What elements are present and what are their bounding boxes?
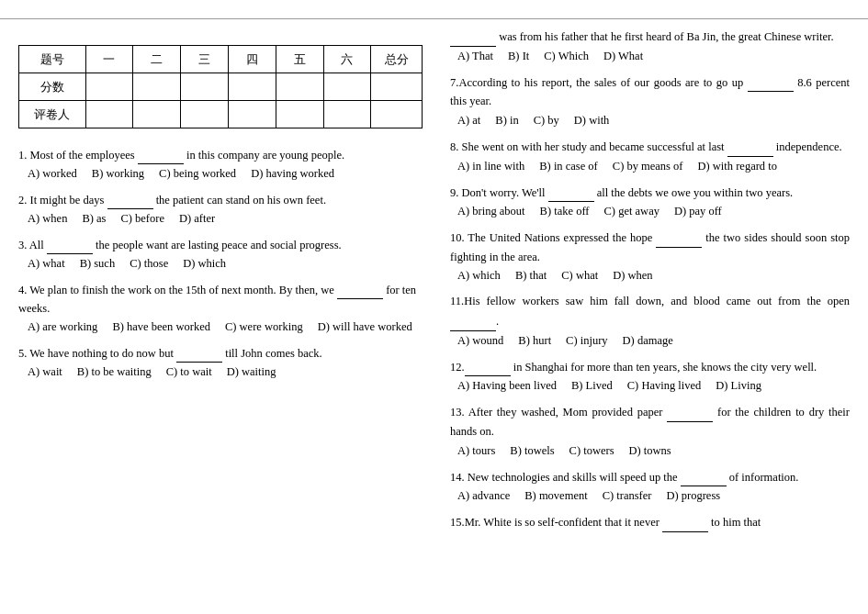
question-item: 9. Don't worry. We'll all the debts we o… (450, 183, 850, 221)
question-item: 10. The United Nations expressed the hop… (450, 228, 850, 285)
question-text: 8. She went on with her study and became… (450, 140, 842, 153)
option-item: D) Living (716, 376, 761, 395)
question-number: 4. (18, 284, 29, 296)
option-item: B) in (495, 111, 518, 129)
score-cell (276, 73, 323, 101)
options-row: A) advanceB) movementC) transferD) progr… (457, 486, 850, 505)
option-item: C) were working (225, 318, 303, 336)
option-item: B) in case of (539, 157, 598, 175)
left-column: 题号一二三四五六总分分数评卷人 1. Most of the employees… (9, 27, 432, 540)
score-table-header: 六 (323, 46, 371, 73)
option-item: A) are working (28, 318, 97, 336)
option-item: C) Having lived (627, 376, 702, 395)
option-item: A) wait (28, 363, 62, 381)
option-item: A) worked (28, 164, 77, 183)
question-text: Most of the employees in this company ar… (30, 149, 345, 162)
option-item: C) to wait (166, 363, 212, 381)
score-cell (323, 73, 371, 101)
option-item: D) pay off (674, 202, 722, 220)
option-item: C) being worked (159, 164, 236, 183)
question-text: We plan to finish the work on the 15th o… (18, 284, 416, 315)
score-label-fen: 分数 (19, 73, 86, 101)
option-item: A) advance (457, 486, 510, 505)
option-item: C) Which (544, 47, 589, 65)
score-cell (228, 73, 276, 101)
score-cell (133, 101, 181, 128)
score-table-header: 题号 (19, 46, 86, 73)
option-item: B) working (92, 164, 144, 183)
question-text: 15.Mr. White is so self-confident that i… (450, 516, 761, 529)
question-item: 2. It might be days the patient can stan… (18, 190, 423, 228)
option-item: B) movement (524, 486, 587, 505)
option-item: C) towers (569, 441, 614, 460)
option-item: B) hurt (518, 331, 551, 350)
options-row: A) workedB) workingC) being workedD) hav… (28, 164, 423, 183)
options-container: A) whichB) thatC) whatD) when (457, 266, 850, 285)
options-row: A) woundB) hurtC) injuryD) damage (457, 331, 850, 350)
score-cell (371, 73, 423, 101)
question-item: 7.According to his report, the sales of … (450, 73, 850, 129)
question-item: 12. in Shanghai for more than ten years,… (450, 357, 850, 396)
page: 题号一二三四五六总分分数评卷人 1. Most of the employees… (0, 0, 868, 614)
score-table-header: 三 (181, 46, 229, 73)
answer-blank (748, 73, 794, 93)
options-container: A) atB) inC) byD) with (457, 111, 850, 129)
question-item: 14. New technologies and skills will spe… (450, 467, 850, 506)
question-text: We have nothing to do now but till John … (29, 347, 321, 360)
answer-blank (681, 467, 727, 487)
options-container: A) waitB) to be waitingC) to waitD) wait… (28, 363, 423, 381)
question-text: 12. in Shanghai for more than ten years,… (450, 361, 817, 374)
options-row: A) whatB) suchC) thoseD) which (28, 254, 423, 273)
question-text: 10. The United Nations expressed the hop… (450, 231, 850, 263)
question-item: 15.Mr. White is so self-confident that i… (450, 512, 850, 532)
answer-blank (337, 280, 383, 299)
question-item: was from his father that he first heard … (450, 27, 850, 65)
answer-blank (662, 512, 708, 532)
option-item: C) by (534, 111, 559, 129)
options-row: A) ThatB) ItC) WhichD) What (457, 47, 850, 65)
option-item: B) to be waiting (77, 363, 152, 381)
answer-blank (667, 402, 713, 422)
option-item: A) when (28, 209, 67, 228)
option-item: B) have been worked (112, 318, 210, 336)
score-table-header: 四 (228, 46, 276, 73)
question-item: 3. All the people want are lasting peace… (18, 235, 423, 273)
question-number: 5. (18, 347, 29, 360)
options-container: A) ThatB) ItC) WhichD) What (457, 47, 850, 65)
option-item: C) what (561, 266, 598, 285)
question-text: 11.His fellow workers saw him fall down,… (450, 295, 850, 328)
score-cell (228, 101, 276, 128)
option-item: A) tours (457, 441, 495, 460)
answer-blank (465, 357, 511, 377)
question-text: All the people want are lasting peace an… (29, 239, 342, 251)
options-container: A) whenB) asC) beforeD) after (28, 209, 423, 228)
options-row: A) bring aboutB) take offC) get awayD) p… (457, 202, 850, 220)
option-item: D) damage (623, 331, 673, 350)
question-item: 1. Most of the employees in this company… (18, 145, 423, 183)
left-questions: 1. Most of the employees in this company… (18, 145, 423, 381)
option-item: A) in line with (457, 157, 524, 175)
option-item: D) progress (666, 486, 720, 505)
question-text: 14. New technologies and skills will spe… (450, 471, 798, 484)
option-item: D) will have worked (318, 318, 412, 336)
score-table: 题号一二三四五六总分分数评卷人 (18, 45, 423, 128)
option-item: C) those (130, 254, 168, 273)
option-item: A) at (457, 111, 480, 129)
question-text: It might be days the patient can stand o… (30, 194, 327, 207)
score-table-header: 五 (276, 46, 323, 73)
option-item: D) after (179, 209, 215, 228)
answer-blank (450, 27, 496, 47)
score-table-header: 一 (85, 46, 133, 73)
options-container: A) Having been livedB) LivedC) Having li… (457, 376, 850, 395)
question-item: 11.His fellow workers saw him fall down,… (450, 292, 850, 349)
score-cell (323, 101, 371, 128)
score-cell (85, 101, 133, 128)
options-container: A) whatB) suchC) thoseD) which (28, 254, 423, 273)
options-row: A) atB) inC) byD) with (457, 111, 850, 129)
question-text: 7.According to his report, the sales of … (450, 76, 850, 108)
option-item: A) bring about (457, 202, 525, 220)
question-item: 13. After they washed, Mom provided pape… (450, 402, 850, 459)
answer-blank (656, 228, 702, 248)
question-number: 1. (18, 149, 30, 162)
option-item: B) It (508, 47, 529, 65)
